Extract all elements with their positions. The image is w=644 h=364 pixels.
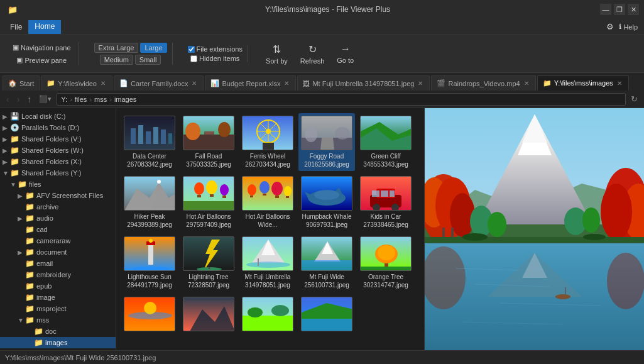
menu-file[interactable]: File [4, 21, 28, 33]
sidebar-item-image[interactable]: 📁 image [0, 292, 116, 303]
file-item-foggyroad[interactable]: Foggy Road201625586.jpeg [298, 113, 355, 171]
tab-mtfuji[interactable]: 🖼 Mt Fuji Umbrella 314978051.jpeg ✕ [297, 75, 430, 91]
sidebar-item-pdf-sub[interactable]: 📁 pdf [0, 348, 116, 350]
tab-rain[interactable]: 🎬 Raindrops_Videvo.mp4 ✕ [431, 75, 535, 91]
tab-images-close[interactable]: ✕ [616, 79, 623, 87]
file-item-lightning[interactable]: Lightning Tree72328507.jpeg [180, 234, 237, 292]
file-item-sunset1[interactable] [121, 294, 178, 336]
sidebar-item-afv[interactable]: ▶ 📁 AFV Screenshot Files [0, 190, 116, 201]
nav-forward-button[interactable]: › [14, 93, 23, 106]
file-item-mtfujiwide[interactable]: Mt Fuji Wide256100731.jpeg [298, 234, 355, 292]
medium-btn[interactable]: Medium [100, 55, 133, 65]
preview-pane-icon: ▣ [16, 56, 23, 64]
file-item-greencliff[interactable]: Green Cliff348553343.jpeg [357, 113, 414, 171]
breadcrumb-part-y: Y: [61, 96, 67, 103]
go-to-button[interactable]: → Go to [334, 42, 356, 65]
ferris-svg [243, 116, 293, 150]
expand-icon: ▶ [3, 158, 10, 165]
tab-video-close[interactable]: ✕ [99, 79, 107, 87]
preview-image-container [425, 108, 644, 350]
sidebar-item-embroidery[interactable]: 📁 embroidery [0, 269, 116, 280]
tab-carter[interactable]: 📄 Carter Family.docx ✕ [114, 75, 204, 91]
main-content: ▶ 💾 Local disk (C:) ▶ 💿 Parallels Tools … [0, 108, 644, 350]
sidebar-item-archive[interactable]: 📁 archive [0, 201, 116, 212]
sidebar-item-cad[interactable]: 📁 cad [0, 224, 116, 235]
orangetree-svg [361, 236, 411, 271]
help-button[interactable]: ℹ Help [616, 21, 640, 32]
sidebar-item-sharedV[interactable]: ▶ 📁 Shared Folders (V:) [0, 133, 116, 145]
file-thumbnail [301, 116, 352, 150]
sidebar-item-images-folder[interactable]: 📁 images [0, 337, 116, 348]
file-item-field[interactable] [239, 294, 296, 336]
nav-up-button[interactable]: ↑ [25, 93, 34, 106]
tab-budget-close[interactable]: ✕ [283, 79, 290, 87]
file-extensions-checkbox[interactable]: File extensions [188, 45, 243, 53]
sidebar-item-epub[interactable]: 📁 epub [0, 280, 116, 292]
file-item-ferris[interactable]: Ferris Wheel262703434.jpeg [239, 113, 296, 171]
refresh-button[interactable]: ↻ Refresh [298, 42, 327, 66]
extra-large-btn[interactable]: Extra Large [94, 43, 139, 53]
sidebar-item-email[interactable]: 📁 email [0, 258, 116, 269]
tab-budget[interactable]: 📊 Budget Report.xlsx ✕ [205, 75, 296, 91]
sidebar-item-parallels[interactable]: ▶ 💿 Parallels Tools (D:) [0, 122, 116, 133]
minimize-button[interactable]: — [600, 4, 611, 15]
file-item-lake[interactable] [298, 294, 355, 336]
sidebar-item-msproject[interactable]: 📁 msproject [0, 303, 116, 314]
sidebar-item-sharedW[interactable]: ▶ 📁 Shared Folders (W:) [0, 145, 116, 156]
breadcrumb[interactable]: Y: › files › mss › images [57, 93, 626, 106]
sidebar-item-doc[interactable]: 📁 doc [0, 326, 116, 337]
sidebar-item-mss[interactable]: ▼ 📁 mss [0, 314, 116, 326]
nav-back-button[interactable]: ‹ [4, 93, 12, 106]
hidden-items-checkbox[interactable]: Hidden items [190, 55, 239, 62]
tab-rain-close[interactable]: ✕ [523, 79, 530, 87]
file-item-hikerpeak[interactable]: Hiker Peak294399389.jpeg [121, 174, 178, 231]
file-item-orangetree[interactable]: Orange Tree302314747.jpeg [357, 234, 414, 292]
svg-rect-47 [263, 194, 266, 196]
large-btn[interactable]: Large [140, 43, 166, 53]
file-label: Kids in Car273938465.jpeg [363, 212, 408, 229]
tab-images[interactable]: 📁 Y:\files\mss\images ✕ [537, 75, 629, 91]
sidebar-item-files[interactable]: ▼ 📁 files [0, 179, 116, 190]
file-thumbnail [183, 176, 234, 211]
tab-video[interactable]: 📁 Y:\files\video ✕ [41, 75, 112, 91]
maximize-button[interactable]: ❐ [614, 4, 625, 15]
file-item-kidscar[interactable]: Kids in Car273938465.jpeg [357, 174, 414, 231]
file-label: Data Center267083342.jpeg [127, 152, 172, 168]
sidebar-item-sharedX[interactable]: ▶ 📁 Shared Folders (X:) [0, 156, 116, 167]
preview-pane-button[interactable]: ▣ Preview pane [14, 55, 69, 65]
file-item-datacenter[interactable]: Data Center267083342.jpeg [121, 113, 178, 171]
file-item-fallroad[interactable]: Fall Road375033325.jpeg [180, 113, 237, 171]
small-btn[interactable]: Small [135, 55, 161, 65]
file-item-balloon2[interactable]: Hot Air BalloonsWide... [239, 174, 296, 231]
svg-point-132 [462, 233, 488, 241]
file-thumbnail [242, 236, 293, 271]
close-button[interactable]: ✕ [628, 4, 639, 15]
file-item-lighthouse[interactable]: Lighthouse Sun284491779.jpeg [121, 234, 178, 292]
sort-by-button[interactable]: ⇅ Sort by [263, 42, 290, 66]
navigation-pane-button[interactable]: ▣ Navigation pane [10, 42, 74, 53]
tab-mtfuji-close[interactable]: ✕ [417, 79, 424, 87]
sidebar-item-sharedY[interactable]: ▼ 📁 Shared Folders (Y:) [0, 167, 116, 179]
file-item-balloon1[interactable]: Hot Air Balloons297597409.jpeg [180, 174, 237, 231]
svg-rect-37 [197, 195, 201, 197]
file-item-sunset2[interactable] [180, 294, 237, 336]
menu-home[interactable]: Home [28, 20, 61, 34]
sidebar-item-document[interactable]: ▶ 📁 document [0, 246, 116, 258]
sidebar-item-cameraraw[interactable]: 📁 cameraraw [0, 235, 116, 246]
sidebar-item-localC[interactable]: ▶ 💾 Local disk (C:) [0, 111, 116, 122]
svg-point-68 [149, 239, 153, 243]
file-list[interactable]: Data Center267083342.jpeg Fall Road37503… [116, 108, 424, 350]
file-item-mtfujiumb[interactable]: Mt Fuji Umbrella314978051.jpeg [239, 234, 296, 292]
file-label: Lighthouse Sun284491779.jpeg [127, 273, 172, 289]
tab-carter-close[interactable]: ✕ [190, 79, 198, 87]
expand-icon: ▶ [3, 147, 10, 154]
settings-button[interactable]: ⚙ [604, 21, 616, 33]
expand-icon: ▼ [10, 181, 18, 188]
sidebar-item-audio[interactable]: ▶ 📁 audio [0, 212, 116, 224]
tab-start[interactable]: 🏠 Start [3, 75, 40, 91]
file-item-whale[interactable]: Humpback Whale90697931.jpeg [298, 174, 355, 231]
whale-svg [302, 176, 352, 211]
nav-recent-button[interactable]: ⬛▾ [36, 94, 54, 104]
svg-point-46 [259, 181, 270, 194]
address-refresh-button[interactable]: ↻ [628, 93, 640, 105]
